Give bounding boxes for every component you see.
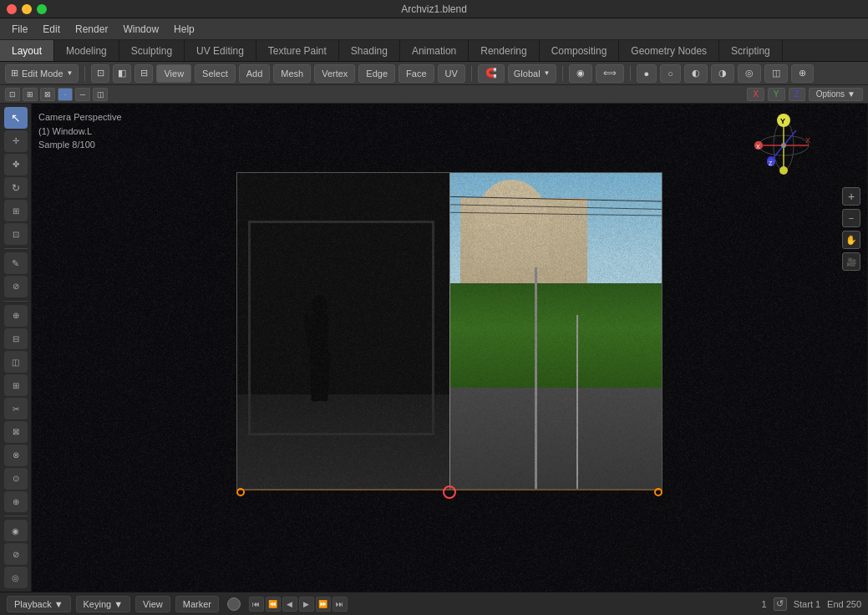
select-circle-icon[interactable]: ⊞ bbox=[23, 88, 38, 101]
tool-cursor[interactable]: ✛ bbox=[4, 130, 28, 152]
tool-polypen[interactable]: ⊠ bbox=[4, 421, 28, 443]
xyz-group: X Y Z Options ▼ bbox=[747, 88, 863, 101]
pan-btn[interactable]: ✋ bbox=[842, 231, 860, 249]
view-bottom-btn[interactable]: View bbox=[135, 596, 170, 612]
camera-btn[interactable]: 🎥 bbox=[842, 252, 860, 271]
tab-compositing[interactable]: Compositing bbox=[540, 40, 620, 61]
playback-btn[interactable]: Playback ▼ bbox=[7, 596, 71, 612]
frame-sync-btn[interactable]: ↺ bbox=[774, 597, 787, 611]
tool-rotate[interactable]: ↻ bbox=[4, 177, 28, 199]
viewport-shading-btn[interactable]: ◧ bbox=[113, 64, 131, 83]
tab-layout[interactable]: Layout bbox=[0, 40, 54, 61]
zoom-out-btn[interactable]: − bbox=[842, 209, 860, 227]
tab-texture-paint[interactable]: Texture Paint bbox=[256, 40, 339, 61]
y-axis-btn[interactable]: Y bbox=[768, 88, 785, 101]
svg-line-23 bbox=[449, 196, 662, 201]
proportional-btn[interactable]: ◉ bbox=[569, 64, 592, 83]
mirror-btn[interactable]: ⟺ bbox=[596, 64, 624, 83]
tool-knife[interactable]: ✂ bbox=[4, 398, 28, 419]
viewport-wireframe-btn[interactable]: ⊟ bbox=[135, 64, 153, 83]
transform-selector[interactable]: Global ▼ bbox=[508, 64, 556, 83]
vertex-select-icon[interactable]: · bbox=[58, 88, 73, 101]
tool-measure[interactable]: ⊘ bbox=[4, 276, 28, 297]
viewport-shading-btn2[interactable]: ○ bbox=[660, 64, 681, 83]
tab-sculpting[interactable]: Sculpting bbox=[119, 40, 185, 61]
viewport[interactable]: Camera Perspective (1) Window.L Sample 8… bbox=[32, 104, 867, 592]
vertex-btn[interactable]: Vertex bbox=[314, 64, 355, 83]
tool-uv[interactable]: ⊘ bbox=[4, 543, 28, 565]
menu-help[interactable]: Help bbox=[167, 22, 201, 37]
frame-start-label: Start bbox=[794, 599, 813, 609]
transport-play[interactable]: ▶ bbox=[299, 597, 314, 612]
viewport-solid-btn[interactable]: ◐ bbox=[684, 64, 708, 83]
select-all-icon[interactable]: ⊠ bbox=[40, 88, 55, 101]
icon-row: ⊡ ⊞ ⊠ · ─ ◫ X Y Z Options ▼ bbox=[0, 85, 868, 104]
marker-btn[interactable]: Marker bbox=[175, 596, 219, 612]
frame-current-group: 1 bbox=[762, 599, 767, 609]
menu-edit[interactable]: Edit bbox=[36, 22, 67, 37]
transport-prev-frame[interactable]: ◀ bbox=[282, 597, 297, 612]
minimize-button[interactable] bbox=[22, 4, 32, 14]
keying-btn[interactable]: Keying ▼ bbox=[76, 596, 131, 612]
tool-shading[interactable]: ◉ bbox=[4, 520, 28, 541]
tool-move[interactable]: ✤ bbox=[4, 154, 28, 175]
view-btn[interactable]: View bbox=[156, 64, 191, 83]
tool-loopcut[interactable]: ⊞ bbox=[4, 374, 28, 396]
xray-btn[interactable]: ◫ bbox=[764, 64, 788, 83]
face-btn[interactable]: Face bbox=[398, 64, 434, 83]
tab-uv-editing[interactable]: UV Editing bbox=[185, 40, 256, 61]
viewport-render-btn[interactable]: ● bbox=[637, 64, 657, 83]
pole-2 bbox=[576, 315, 578, 489]
tool-bevel[interactable]: ◫ bbox=[4, 351, 28, 373]
edge-btn[interactable]: Edge bbox=[358, 64, 395, 83]
tool-randomize[interactable]: ⊕ bbox=[4, 491, 28, 513]
menu-file[interactable]: File bbox=[5, 22, 34, 37]
power-lines bbox=[449, 173, 662, 331]
mode-selector[interactable]: ⊞ Edit Mode ▼ bbox=[5, 64, 79, 83]
tab-animation[interactable]: Animation bbox=[400, 40, 469, 61]
face-select-icon[interactable]: ◫ bbox=[93, 88, 108, 101]
add-btn[interactable]: Add bbox=[239, 64, 271, 83]
tool-scale[interactable]: ⊞ bbox=[4, 200, 28, 221]
tool-select[interactable]: ↖ bbox=[4, 107, 28, 129]
edge-select-icon[interactable]: ─ bbox=[75, 88, 90, 101]
z-axis-btn[interactable]: Z bbox=[789, 88, 805, 101]
viewport-lookdev-btn[interactable]: ◑ bbox=[711, 64, 734, 83]
close-button[interactable] bbox=[7, 4, 17, 14]
select-box-icon[interactable]: ⊡ bbox=[5, 88, 20, 101]
tab-shading[interactable]: Shading bbox=[339, 40, 400, 61]
tool-extrude[interactable]: ⊕ bbox=[4, 305, 28, 327]
tool-smooth[interactable]: ⊙ bbox=[4, 468, 28, 490]
handle-center[interactable] bbox=[443, 485, 456, 499]
viewport-overlay-btn[interactable]: ⊡ bbox=[91, 64, 109, 83]
zoom-in-btn[interactable]: + bbox=[842, 187, 860, 206]
chevron-down-icon: ▼ bbox=[67, 69, 74, 77]
tool-weights[interactable]: ◎ bbox=[4, 567, 28, 588]
x-axis-btn[interactable]: X bbox=[747, 88, 764, 101]
transform-line-horizontal bbox=[236, 490, 662, 490]
mesh-btn[interactable]: Mesh bbox=[273, 64, 311, 83]
menu-render[interactable]: Render bbox=[69, 22, 114, 37]
select-btn[interactable]: Select bbox=[195, 64, 236, 83]
gizmo-btn[interactable]: ⊕ bbox=[791, 64, 814, 83]
frame-end-group: End 250 bbox=[827, 599, 861, 609]
transport-next-frame[interactable]: ⏩ bbox=[316, 597, 331, 612]
options-btn[interactable]: Options ▼ bbox=[809, 88, 863, 101]
tool-transform[interactable]: ⊡ bbox=[4, 223, 28, 245]
menu-window[interactable]: Window bbox=[116, 22, 165, 37]
tab-scripting[interactable]: Scripting bbox=[719, 40, 783, 61]
tool-annotate[interactable]: ✎ bbox=[4, 252, 28, 274]
tool-inset[interactable]: ⊟ bbox=[4, 328, 28, 350]
tab-rendering[interactable]: Rendering bbox=[469, 40, 539, 61]
transport-start[interactable]: ⏮ bbox=[249, 597, 264, 612]
tab-geometry-nodes[interactable]: Geometry Nodes bbox=[619, 40, 719, 61]
tool-spin[interactable]: ⊗ bbox=[4, 445, 28, 466]
options-label: Options bbox=[816, 89, 845, 99]
tab-modeling[interactable]: Modeling bbox=[54, 40, 119, 61]
transport-prev-keyframe[interactable]: ⏪ bbox=[266, 597, 281, 612]
transport-end[interactable]: ⏭ bbox=[332, 597, 348, 612]
overlay-btn[interactable]: ◎ bbox=[738, 64, 761, 83]
snap-btn[interactable]: 🧲 bbox=[478, 64, 505, 83]
uv-btn[interactable]: UV bbox=[438, 64, 465, 83]
maximize-button[interactable] bbox=[37, 4, 47, 14]
